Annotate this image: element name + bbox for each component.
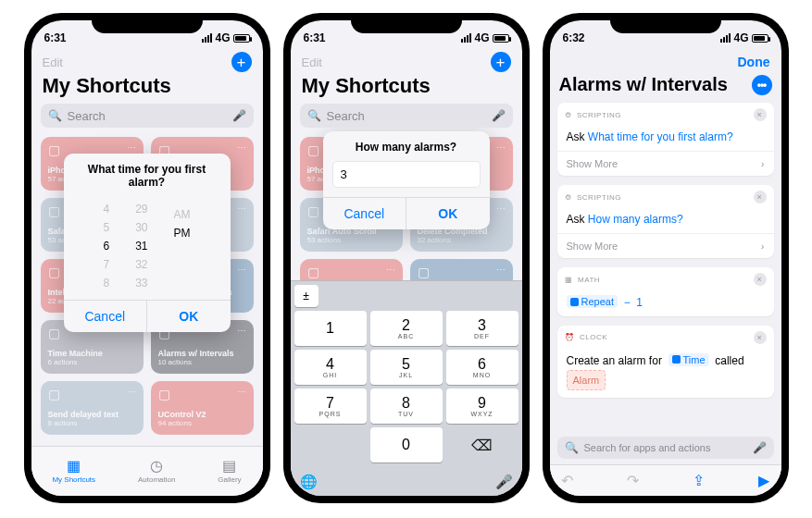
picker-option[interactable]: 29 — [135, 200, 147, 218]
card-menu-icon[interactable]: ⋯ — [127, 387, 136, 397]
card-menu-icon[interactable]: ⋯ — [237, 387, 246, 397]
remove-action-button[interactable]: × — [754, 273, 767, 286]
tab-gallery[interactable]: ▤Gallery — [218, 459, 241, 484]
one-token[interactable]: 1 — [636, 296, 643, 309]
picker-ampm[interactable]: AMPM — [174, 200, 191, 292]
shortcuts-scroll[interactable]: ▢⋯iPhone Frame57 actions▢⋯Log My Weight5… — [31, 128, 263, 446]
phone-1: 6:31 4G Edit + My Shortcuts 🔍 Search 🎤 ▢… — [24, 13, 270, 503]
mic-icon[interactable]: 🎤 — [492, 109, 506, 122]
done-button[interactable]: Done — [738, 55, 770, 69]
question-token[interactable]: How many alarms? — [588, 213, 683, 226]
card-menu-icon[interactable]: ⋯ — [237, 265, 246, 275]
question-token[interactable]: What time for you first alarm? — [588, 130, 733, 143]
remove-action-button[interactable]: × — [754, 331, 767, 344]
keypad-7[interactable]: 7PQRS — [294, 388, 367, 424]
ok-button[interactable]: OK — [406, 198, 490, 229]
card-menu-icon[interactable]: ⋯ — [237, 204, 246, 214]
globe-icon[interactable]: 🌐 — [300, 474, 318, 490]
tab-automation[interactable]: ◷Automation — [138, 459, 175, 484]
keypad-0[interactable]: 0 — [370, 427, 443, 462]
mic-icon[interactable]: 🎤 — [753, 441, 767, 454]
action-card-ask-count[interactable]: ⚙︎SCRIPTING× Ask How many alarms? Show M… — [557, 185, 774, 258]
keypad-1[interactable]: 1 — [294, 311, 367, 346]
keypad-8[interactable]: 8TUV — [370, 388, 443, 424]
picker-option[interactable]: 33 — [135, 274, 147, 292]
repeat-variable[interactable]: Repeat — [567, 295, 618, 308]
workflow-list[interactable]: ⚙︎SCRIPTING× Ask What time for you first… — [550, 103, 781, 437]
card-menu-icon[interactable]: ⋯ — [496, 204, 506, 214]
cancel-button[interactable]: Cancel — [64, 301, 148, 332]
action-card-repeat[interactable]: ▦MATH× Repeat − 1 — [557, 267, 774, 316]
show-more-row[interactable]: Show More› — [557, 233, 774, 258]
keypad-delete[interactable]: ⌫ — [446, 427, 518, 462]
remove-action-button[interactable]: × — [754, 108, 767, 121]
edit-button[interactable]: Edit — [43, 56, 63, 69]
status-right: 4G — [720, 31, 768, 44]
action-body: Ask How many alarms? — [557, 209, 774, 233]
mic-icon[interactable]: 🎤 — [495, 474, 513, 490]
card-menu-icon[interactable]: ⋯ — [127, 142, 136, 153]
keypad-3[interactable]: 3DEF — [446, 311, 518, 346]
picker-option[interactable]: 30 — [135, 218, 147, 237]
remove-action-button[interactable]: × — [754, 191, 767, 204]
undo-button[interactable]: ↶ — [561, 472, 573, 489]
shortcut-card[interactable]: ▢⋯Send delayed text8 actions — [41, 381, 144, 435]
card-menu-icon[interactable]: ⋯ — [386, 265, 395, 275]
picker-hours[interactable]: 45678 — [103, 200, 109, 292]
keypad-6[interactable]: 6MNO — [446, 350, 518, 385]
picker-option[interactable]: 31 — [135, 237, 147, 255]
picker-option[interactable]: 6 — [103, 237, 109, 255]
keypad-4[interactable]: 4GHI — [294, 350, 367, 385]
picker-option[interactable] — [174, 242, 191, 248]
shortcuts-scroll[interactable]: ▢⋯iPhone Frame57 actions▢⋯Log My Weight5… — [291, 128, 522, 280]
edit-button[interactable]: Edit — [302, 56, 322, 69]
actions-search[interactable]: 🔍 Search for apps and actions 🎤 — [557, 437, 774, 459]
action-card-ask-time[interactable]: ⚙︎SCRIPTING× Ask What time for you first… — [557, 103, 774, 176]
card-menu-icon[interactable]: ⋯ — [237, 326, 246, 336]
keypad-2[interactable]: 2ABC — [370, 311, 443, 346]
card-menu-icon[interactable]: ⋯ — [237, 142, 246, 153]
shortcut-card[interactable]: ▢⋯Intelligent Power22 actions — [300, 259, 403, 280]
shortcut-card[interactable]: ▢⋯EXIF Photo Details5 actions — [410, 259, 513, 280]
picker-minutes[interactable]: 2930313233 — [135, 200, 147, 292]
mic-icon[interactable]: 🎤 — [232, 109, 246, 122]
search-field[interactable]: 🔍 Search 🎤 — [300, 104, 513, 128]
card-menu-icon[interactable]: ⋯ — [496, 265, 506, 275]
dialog-title: How many alarms? — [323, 131, 490, 161]
action-card-create-alarm[interactable]: ⏰CLOCK× Create an alarm for Time called … — [557, 326, 774, 399]
card-icon: ▢ — [307, 204, 319, 218]
redo-button[interactable]: ↷ — [627, 472, 639, 489]
picker-option[interactable]: 8 — [103, 274, 109, 292]
automation-icon: ◷ — [150, 459, 163, 474]
minus-token[interactable]: − — [624, 296, 631, 309]
add-shortcut-button[interactable]: + — [231, 52, 252, 72]
picker-option[interactable]: 4 — [103, 200, 109, 218]
keypad-5[interactable]: 5JKL — [370, 350, 443, 385]
ok-button[interactable]: OK — [147, 301, 231, 332]
alarm-count-input[interactable]: 3 — [332, 161, 481, 188]
add-shortcut-button[interactable]: + — [491, 52, 511, 72]
clock-icon: ⏰ — [565, 333, 575, 341]
keypad-9[interactable]: 9WXYZ — [446, 388, 518, 424]
search-field[interactable]: 🔍 Search 🎤 — [41, 104, 254, 128]
share-button[interactable]: ⇪ — [693, 472, 705, 489]
card-menu-icon[interactable]: ⋯ — [496, 142, 506, 153]
time-variable[interactable]: Time — [668, 353, 709, 366]
alarm-name-placeholder[interactable]: Alarm — [567, 370, 606, 390]
run-button[interactable]: ▶ — [758, 472, 769, 489]
picker-option[interactable]: 5 — [103, 218, 109, 237]
show-more-row[interactable]: Show More› — [557, 151, 774, 176]
tab-shortcuts[interactable]: ▦My Shortcuts — [52, 459, 95, 484]
shortcut-card[interactable]: ▢⋯UControl V294 actions — [151, 381, 254, 435]
plus-minus-toggle[interactable]: ± — [294, 285, 319, 307]
picker-option[interactable]: 7 — [103, 255, 109, 274]
more-button[interactable]: ••• — [752, 75, 772, 95]
picker-option[interactable]: 32 — [135, 255, 147, 274]
time-picker[interactable]: 45678 2930313233 AMPM — [64, 196, 231, 300]
picker-option[interactable]: PM — [174, 224, 191, 242]
search-icon: 🔍 — [48, 109, 62, 122]
battery-icon — [493, 34, 509, 43]
cancel-button[interactable]: Cancel — [323, 198, 407, 229]
picker-option[interactable]: AM — [174, 205, 191, 224]
network-label: 4G — [474, 31, 489, 44]
